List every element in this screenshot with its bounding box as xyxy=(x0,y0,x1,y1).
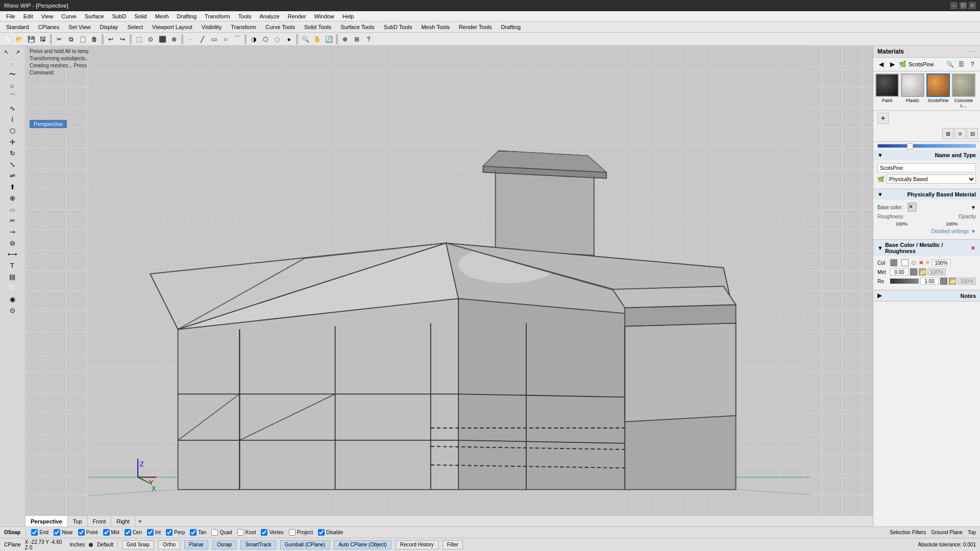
col-color-2[interactable] xyxy=(901,259,909,266)
tab-curve-tools[interactable]: Curve Tools xyxy=(261,23,299,31)
base-color-swatch[interactable]: ✕ xyxy=(908,203,917,212)
grid-snap-button[interactable]: Grid Snap xyxy=(122,540,154,549)
redo-icon[interactable]: ↪ xyxy=(117,34,128,45)
search-button[interactable]: 🔍 xyxy=(945,60,954,69)
select-icon[interactable]: ⬚ xyxy=(133,34,144,45)
menu-analyze[interactable]: Analyze xyxy=(255,12,283,20)
menu-mesh[interactable]: Mesh xyxy=(151,12,173,20)
pan-icon[interactable]: ✋ xyxy=(311,34,323,45)
ro-checker[interactable] xyxy=(940,278,947,285)
tab-display[interactable]: Display xyxy=(95,23,122,31)
window-controls[interactable]: ─ ⧠ ✕ xyxy=(950,2,976,9)
nav-back-button[interactable]: ◀ xyxy=(876,60,886,69)
add-material-button[interactable]: + xyxy=(877,113,889,124)
tab-mesh-tools[interactable]: Mesh Tools xyxy=(417,23,453,31)
met-folder[interactable]: 📁 xyxy=(919,268,926,276)
autocplane-button[interactable]: Auto CPlane (Object) xyxy=(334,540,391,549)
minimize-button[interactable]: ─ xyxy=(950,2,958,9)
col-color-1[interactable] xyxy=(890,259,897,266)
selection-filters-label[interactable]: Selection Filters xyxy=(890,530,926,535)
rotate-icon[interactable]: 🔄 xyxy=(323,34,334,45)
snap-project[interactable]: Project xyxy=(289,529,313,536)
arc-tool[interactable]: ⌒ xyxy=(1,91,23,103)
snap-cen[interactable]: Cen xyxy=(125,529,142,536)
menu-file[interactable]: File xyxy=(2,12,19,20)
copy-icon[interactable]: ⧉ xyxy=(65,34,77,45)
deselect-icon[interactable]: ⊗ xyxy=(168,34,180,45)
open-icon[interactable]: 📂 xyxy=(14,34,25,45)
notes-header[interactable]: ▶ Notes xyxy=(873,290,980,301)
analyze-tool[interactable]: ⊙ xyxy=(1,305,23,316)
list-view-button[interactable]: ≡ xyxy=(954,128,966,139)
snap-mid[interactable]: Mid xyxy=(103,529,119,536)
rendered-icon[interactable]: ● xyxy=(283,34,295,45)
tab-solid-tools[interactable]: Solid Tools xyxy=(300,23,335,31)
base-color-dropdown[interactable]: ▼ xyxy=(971,205,976,210)
ortho-button[interactable]: Ortho xyxy=(158,540,180,549)
menu-view[interactable]: View xyxy=(37,12,58,20)
viewport-area[interactable]: Press and hold Alt to temporarily toggle… xyxy=(26,46,873,527)
menu-help[interactable]: Help xyxy=(338,12,358,20)
tab-render-tools[interactable]: Render Tools xyxy=(455,23,496,31)
top-label[interactable]: Top xyxy=(968,530,976,535)
point-icon[interactable]: · xyxy=(185,34,196,45)
tab-viewport-layout[interactable]: Viewport Layout xyxy=(148,23,197,31)
help-icon[interactable]: ? xyxy=(363,34,374,45)
name-input[interactable] xyxy=(877,163,976,172)
help-button[interactable]: ? xyxy=(968,60,977,69)
color-slider[interactable] xyxy=(877,144,976,148)
save-icon[interactable]: 💾 xyxy=(26,34,37,45)
gumball-button[interactable]: Gumball (CPlane) xyxy=(280,540,330,549)
tab-visibility[interactable]: Visibility xyxy=(198,23,226,31)
grid-view-button[interactable]: ⊞ xyxy=(942,128,953,139)
tab-setview[interactable]: Set View xyxy=(64,23,94,31)
menu-subd[interactable]: SubD xyxy=(108,12,131,20)
planar-button[interactable]: Planar xyxy=(184,540,208,549)
snap-quad[interactable]: Quad xyxy=(211,529,232,536)
smarttrack-button[interactable]: SmartTrack xyxy=(240,540,276,549)
tab-subd-tools[interactable]: SubD Tools xyxy=(379,23,416,31)
ro-bar[interactable] xyxy=(890,279,919,284)
polyline-tool[interactable]: ⌇ xyxy=(1,114,23,125)
paste-icon[interactable]: 📋 xyxy=(77,34,88,45)
swatch-scotspine[interactable]: ScotsPine xyxy=(926,73,950,108)
mesh-tool[interactable]: ⬡ xyxy=(1,125,23,136)
met-input[interactable] xyxy=(890,268,909,276)
detail-view-button[interactable]: ⊟ xyxy=(967,128,978,139)
3d-viewport-svg[interactable]: Z Y X xyxy=(26,46,873,527)
col-pct-input[interactable] xyxy=(932,259,950,266)
restore-button[interactable]: ⧠ xyxy=(960,2,967,9)
split-tool[interactable]: ⊸ xyxy=(1,226,23,237)
ground-plane-label[interactable]: Ground Plane xyxy=(931,530,963,535)
osnap-button[interactable]: Osnap xyxy=(212,540,236,549)
snap-int[interactable]: Int xyxy=(147,529,161,536)
record-history-button[interactable]: Record History xyxy=(396,540,438,549)
delete-icon[interactable]: 🗑 xyxy=(89,34,100,45)
swatch-plastic[interactable]: Plastic xyxy=(901,73,924,108)
tab-cplanes[interactable]: CPlanes xyxy=(34,23,64,31)
cut-icon[interactable]: ✂ xyxy=(54,34,65,45)
rect-icon[interactable]: ▭ xyxy=(208,34,219,45)
slider-handle[interactable] xyxy=(907,143,913,149)
dim-tool[interactable]: ⟷ xyxy=(1,248,23,260)
gumball-icon[interactable]: ⊞ xyxy=(351,34,362,45)
boolean-tool[interactable]: ⊕ xyxy=(1,192,23,204)
close-button[interactable]: ✕ xyxy=(969,2,976,9)
menu-button[interactable]: ☰ xyxy=(957,60,966,69)
vp-tab-perspective[interactable]: Perspective xyxy=(26,516,68,527)
freeform-tool[interactable]: ∿ xyxy=(1,103,23,114)
swatch-paint[interactable]: Paint xyxy=(875,73,899,108)
circle-tool[interactable]: ○ xyxy=(1,80,23,91)
hatch-tool[interactable]: ▤ xyxy=(1,271,23,282)
select-tool[interactable]: ↖ xyxy=(1,47,11,57)
zoom-icon[interactable]: 🔍 xyxy=(300,34,311,45)
new-icon[interactable]: 📄 xyxy=(2,34,13,45)
osnap-label[interactable]: OSnap xyxy=(4,530,20,535)
offset-tool[interactable]: ⊖ xyxy=(1,237,23,248)
select-sub-tool[interactable]: ↗ xyxy=(12,47,22,57)
tab-standard[interactable]: Standard xyxy=(2,23,33,31)
snap-disable[interactable]: Disable xyxy=(318,529,343,536)
snap-point[interactable]: Point xyxy=(78,529,98,536)
arc-icon[interactable]: ⌒ xyxy=(232,34,243,45)
shade-icon[interactable]: ◑ xyxy=(248,34,259,45)
